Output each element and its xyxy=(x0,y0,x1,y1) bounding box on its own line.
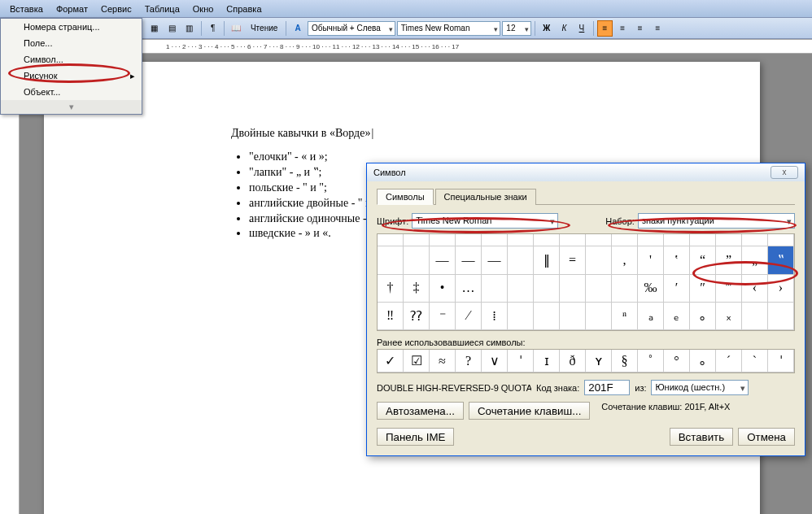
symbol-cell[interactable]: ‡ xyxy=(404,275,430,303)
menu-service[interactable]: Сервис xyxy=(94,2,138,15)
recent-symbol-cell[interactable]: ✓ xyxy=(378,350,404,372)
menu-expand-icon[interactable]: ▾ xyxy=(1,100,142,114)
symbol-cell[interactable] xyxy=(404,246,430,274)
recent-symbol-cell[interactable]: ´ xyxy=(716,350,742,372)
recent-symbol-cell[interactable]: ☑ xyxy=(404,350,430,372)
symbol-cell[interactable] xyxy=(508,246,534,274)
symbol-cell[interactable] xyxy=(378,234,404,246)
symbol-cell[interactable] xyxy=(508,234,534,246)
symbol-cell[interactable] xyxy=(430,234,456,246)
symbol-cell[interactable]: ‰ xyxy=(638,275,664,303)
toolbar-icon[interactable]: ▥ xyxy=(181,20,198,37)
symbol-cell[interactable]: ₐ xyxy=(638,303,664,330)
code-input[interactable] xyxy=(584,380,630,395)
recent-symbol-cell[interactable]: ð xyxy=(560,350,586,372)
symbol-cell[interactable]: ₓ xyxy=(716,303,742,330)
toolbar-icon[interactable]: ▤ xyxy=(164,20,181,37)
symbol-cell[interactable] xyxy=(534,275,560,303)
symbol-cell[interactable]: ⁄ xyxy=(456,303,482,330)
symbol-cell[interactable]: ⁻ xyxy=(430,303,456,330)
symbol-cell[interactable] xyxy=(560,234,586,246)
symbol-cell[interactable]: ⁞ xyxy=(482,303,508,330)
ime-button[interactable]: Панель IME xyxy=(377,428,454,446)
symbol-cell[interactable]: ― xyxy=(482,246,508,274)
symbol-cell[interactable] xyxy=(586,303,612,330)
subset-select[interactable]: знаки пунктуации xyxy=(638,213,795,229)
font-select[interactable]: Times New Roman xyxy=(412,213,558,229)
symbol-cell[interactable] xyxy=(742,234,768,246)
autocorrect-button[interactable]: Автозамена... xyxy=(377,402,464,420)
bold-button[interactable]: Ж xyxy=(539,20,555,37)
document-title[interactable]: Двойные кавычки в «Ворде» xyxy=(231,127,573,140)
from-select[interactable]: Юникод (шестн.) xyxy=(651,380,749,395)
menu-table[interactable]: Таблица xyxy=(138,2,186,15)
symbol-cell[interactable] xyxy=(768,303,794,330)
align-left-button[interactable]: ≡ xyxy=(597,20,613,37)
symbol-cell[interactable]: ‚ xyxy=(612,246,638,274)
dialog-titlebar[interactable]: Символ x xyxy=(367,163,805,181)
symbol-cell[interactable] xyxy=(586,234,612,246)
symbol-cell[interactable] xyxy=(482,275,508,303)
style-format-icon[interactable]: A xyxy=(290,20,306,37)
symbol-cell[interactable] xyxy=(456,234,482,246)
symbol-cell[interactable] xyxy=(378,246,404,274)
style-combo[interactable]: Обычный + Слева xyxy=(308,21,395,36)
font-combo[interactable]: Times New Roman xyxy=(397,21,500,36)
symbol-cell[interactable] xyxy=(560,275,586,303)
symbol-cell[interactable]: † xyxy=(378,275,404,303)
menu-object[interactable]: Объект... xyxy=(1,84,142,100)
symbol-cell[interactable] xyxy=(508,303,534,330)
symbol-cell[interactable]: ₑ xyxy=(664,303,690,330)
symbol-grid[interactable]: ——―‖=‚'‛“”„‟†‡•…‰′″‴‹›‼⁇⁻⁄⁞ⁿₐₑₒₓ xyxy=(377,233,795,331)
recent-symbol-cell[interactable]: ≈ xyxy=(430,350,456,372)
symbol-cell[interactable]: ‼ xyxy=(378,303,404,330)
symbol-cell[interactable]: ₒ xyxy=(690,303,716,330)
close-button[interactable]: x xyxy=(771,166,798,179)
menu-help[interactable]: Справка xyxy=(220,2,268,15)
recent-symbol-cell[interactable]: ₒ xyxy=(690,350,716,372)
symbol-cell[interactable]: = xyxy=(560,246,586,274)
symbol-cell[interactable]: ⁿ xyxy=(612,303,638,330)
menu-picture[interactable]: Рисунок xyxy=(1,68,142,84)
symbol-cell[interactable] xyxy=(586,246,612,274)
underline-button[interactable]: Ч xyxy=(574,20,590,37)
symbol-cell[interactable] xyxy=(690,234,716,246)
recent-symbol-cell[interactable]: ` xyxy=(742,350,768,372)
symbol-cell[interactable] xyxy=(404,234,430,246)
symbol-cell[interactable] xyxy=(638,234,664,246)
tab-symbols[interactable]: Символы xyxy=(377,189,434,205)
symbol-cell[interactable]: ‟ xyxy=(768,246,794,274)
toolbar-icon[interactable]: ▦ xyxy=(146,20,163,37)
menu-page-numbers[interactable]: Номера страниц... xyxy=(1,19,142,35)
menu-symbol[interactable]: Символ... xyxy=(1,51,142,68)
recent-symbol-cell[interactable]: ° xyxy=(664,350,690,372)
insert-button[interactable]: Вставить xyxy=(670,428,734,446)
symbol-cell[interactable]: ‛ xyxy=(664,246,690,274)
reading-icon[interactable]: 📖 xyxy=(228,20,244,37)
symbol-cell[interactable]: ' xyxy=(638,246,664,274)
symbol-cell[interactable] xyxy=(482,234,508,246)
symbol-cell[interactable] xyxy=(534,303,560,330)
symbol-cell[interactable]: ″ xyxy=(690,275,716,303)
symbol-cell[interactable] xyxy=(716,234,742,246)
fontsize-combo[interactable]: 12 xyxy=(502,21,531,36)
symbol-cell[interactable]: — xyxy=(456,246,482,274)
italic-button[interactable]: К xyxy=(557,20,573,37)
symbol-cell[interactable]: ‴ xyxy=(716,275,742,303)
symbol-cell[interactable] xyxy=(664,234,690,246)
symbol-cell[interactable]: ⁇ xyxy=(404,303,430,330)
symbol-cell[interactable]: … xyxy=(456,275,482,303)
menu-field[interactable]: Поле... xyxy=(1,35,142,51)
recent-symbol-cell[interactable]: ʏ xyxy=(586,350,612,372)
recent-symbol-cell[interactable]: ɪ xyxy=(534,350,560,372)
align-justify-button[interactable]: ≡ xyxy=(650,20,666,37)
shortcut-button[interactable]: Сочетание клавиш... xyxy=(469,402,590,420)
recent-symbol-cell[interactable]: ˈ xyxy=(768,350,794,372)
symbol-cell[interactable]: ′ xyxy=(664,275,690,303)
menu-insert[interactable]: Вставка xyxy=(3,2,50,15)
menu-window[interactable]: Окно xyxy=(186,2,220,15)
recent-symbol-cell[interactable]: § xyxy=(612,350,638,372)
recent-grid[interactable]: ✓☑≈?∨ˈɪðʏ§˚°ₒ´`ˈ xyxy=(377,349,795,373)
vertical-ruler[interactable] xyxy=(0,54,20,514)
paragraph-icon[interactable]: ¶ xyxy=(205,20,221,37)
